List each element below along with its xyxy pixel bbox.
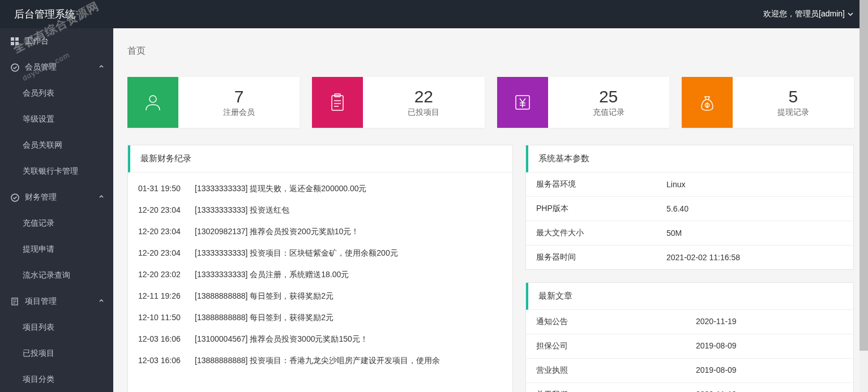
log-row: 12-03 16:06[13100004567] 推荐会员投资3000元奖励15… (128, 329, 512, 350)
scrollbar-thumb[interactable] (860, 0, 868, 351)
sidebar-item-4[interactable]: 会员关联网 (0, 132, 113, 158)
sidebar-item-10[interactable]: 项目管理 (0, 288, 113, 315)
log-row: 12-20 23:04[13333333333] 投资项目：区块链紫金矿，使用余… (128, 243, 512, 264)
svg-rect-1 (15, 37, 19, 41)
main-content: 首页 7注册会员22已投项目25充值记录5提现记录 最新财务纪录 01-31 1… (113, 28, 868, 392)
table-row: 服务器环境Linux (526, 173, 853, 197)
chevron-up-icon (98, 193, 105, 202)
app-title: 后台管理系统 (14, 7, 75, 21)
param-key: PHP版本 (526, 197, 656, 221)
log-row: 12-03 16:06[13888888888] 投资项目：香港九龙尖沙咀房产建… (128, 350, 512, 372)
welcome-text: 欢迎您，管理员[admin] (763, 9, 845, 19)
param-value: 50M (656, 221, 853, 245)
doc-icon (10, 297, 19, 306)
article-row[interactable]: 担保公司2019-08-09 (526, 334, 853, 359)
log-row: 12-11 19:26[13888888888] 每日签到，获得奖励2元 (128, 286, 512, 307)
finance-panel: 最新财务纪录 01-31 19:50[13333333333] 提现失败，返还金… (127, 145, 513, 392)
svg-point-10 (149, 96, 156, 102)
log-text: [13888888888] 每日签到，获得奖励2元 (195, 313, 502, 323)
sidebar-item-3[interactable]: 等级设置 (0, 106, 113, 132)
stat-label: 已投项目 (408, 107, 439, 118)
article-date: 2020-11-19 (696, 317, 843, 327)
sidebar-item-11[interactable]: 项目列表 (0, 315, 113, 341)
circle-check-icon (10, 63, 19, 72)
log-row: 12-20 23:02[13333333333] 会员注册，系统赠送18.00元 (128, 264, 512, 286)
system-panel: 系统基本参数 服务器环境LinuxPHP版本5.6.40最大文件大小50M服务器… (525, 145, 854, 270)
articles-panel-title: 最新文章 (526, 283, 853, 310)
log-time: 01-31 19:50 (138, 184, 195, 194)
sidebar-item-label: 等级设置 (23, 114, 54, 124)
svg-rect-2 (11, 42, 14, 45)
finance-panel-title: 最新财务纪录 (128, 145, 512, 173)
sidebar-item-label: 关联银行卡管理 (23, 166, 78, 176)
sidebar-item-9[interactable]: 流水记录查询 (0, 262, 113, 288)
log-text: [13020982137] 推荐会员投资200元奖励10元！ (195, 227, 502, 237)
article-row[interactable]: 通知公告2020-11-19 (526, 310, 853, 334)
svg-rect-3 (15, 42, 19, 45)
scrollbar-track[interactable] (860, 0, 868, 392)
article-title: 营业执照 (536, 365, 696, 376)
sidebar-item-6[interactable]: 财务管理 (0, 184, 113, 210)
chevron-down-icon (847, 11, 854, 18)
articles-body: 通知公告2020-11-19担保公司2019-08-09营业执照2019-08-… (526, 310, 853, 392)
stat-content: 25充值记录 (548, 77, 669, 128)
log-text: [13333333333] 投资项目：区块链紫金矿，使用余额200元 (195, 248, 502, 259)
articles-panel: 最新文章 通知公告2020-11-19担保公司2019-08-09营业执照201… (525, 282, 854, 392)
sidebar-item-12[interactable]: 已投项目 (0, 341, 113, 367)
sidebar-item-0[interactable]: 工作台 (0, 28, 113, 54)
log-time: 12-10 11:50 (138, 313, 195, 323)
log-time: 12-20 23:04 (138, 248, 195, 259)
sidebar-item-8[interactable]: 提现申请 (0, 236, 113, 262)
log-time: 12-11 19:26 (138, 291, 195, 301)
stats-row: 7注册会员22已投项目25充值记录5提现记录 (127, 77, 854, 128)
article-title: 通知公告 (536, 317, 696, 327)
param-value: Linux (656, 173, 853, 197)
stat-label: 注册会员 (223, 107, 255, 118)
log-text: [13888888888] 每日签到，获得奖励2元 (195, 291, 502, 301)
param-key: 服务器时间 (526, 245, 656, 270)
param-value: 5.6.40 (656, 197, 853, 221)
grid-icon (10, 37, 19, 46)
table-row: 最大文件大小50M (526, 221, 853, 245)
stat-value: 7 (234, 87, 244, 106)
article-date: 2019-08-09 (696, 341, 843, 351)
article-title: 关于我们 (536, 390, 696, 392)
log-text: [13333333333] 会员注册，系统赠送18.00元 (195, 270, 502, 280)
circle-check-icon (10, 193, 19, 202)
stat-card-3[interactable]: 5提现记录 (682, 77, 854, 128)
article-date: 2020-11-19 (696, 390, 843, 392)
stat-card-2[interactable]: 25充值记录 (497, 77, 669, 128)
log-row: 01-31 19:50[13333333333] 提现失败，返还金额200000… (128, 178, 512, 200)
stat-card-1[interactable]: 22已投项目 (312, 77, 484, 128)
sidebar-item-13[interactable]: 项目分类 (0, 367, 113, 392)
sidebar-item-7[interactable]: 充值记录 (0, 210, 113, 236)
stat-label: 提现记录 (777, 107, 809, 118)
yen-icon (497, 77, 548, 128)
sidebar-item-1[interactable]: 会员管理 (0, 54, 113, 80)
finance-panel-body: 01-31 19:50[13333333333] 提现失败，返还金额200000… (128, 173, 512, 377)
sidebar: 工作台会员管理会员列表等级设置会员关联网关联银行卡管理财务管理充值记录提现申请流… (0, 28, 113, 392)
article-row[interactable]: 营业执照2019-08-09 (526, 359, 853, 383)
log-time: 12-20 23:02 (138, 270, 195, 280)
sidebar-item-2[interactable]: 会员列表 (0, 80, 113, 106)
sidebar-item-5[interactable]: 关联银行卡管理 (0, 158, 113, 184)
user-icon (127, 77, 178, 128)
article-date: 2019-08-09 (696, 365, 843, 376)
param-key: 服务器环境 (526, 173, 656, 197)
stat-card-0[interactable]: 7注册会员 (127, 77, 300, 128)
log-row: 12-10 11:50[13888888888] 每日签到，获得奖励2元 (128, 307, 512, 329)
chevron-up-icon (98, 63, 105, 72)
param-value: 2021-02-02 11:16:58 (656, 245, 853, 270)
sidebar-item-label: 会员列表 (23, 88, 54, 98)
table-row: PHP版本5.6.40 (526, 197, 853, 221)
user-menu[interactable]: 欢迎您，管理员[admin] (763, 9, 854, 19)
log-text: [13100004567] 推荐会员投资3000元奖励150元！ (195, 334, 502, 344)
sidebar-item-label: 提现申请 (23, 244, 54, 255)
sidebar-item-label: 项目管理 (25, 296, 57, 307)
log-text: [13333333333] 提现失败，返还金额200000.00元 (195, 184, 502, 194)
article-title: 担保公司 (536, 341, 696, 351)
sidebar-item-label: 项目列表 (23, 322, 54, 333)
article-row[interactable]: 关于我们2020-11-19 (526, 383, 853, 392)
log-time: 12-20 23:04 (138, 205, 195, 216)
sidebar-item-label: 会员关联网 (23, 140, 62, 150)
